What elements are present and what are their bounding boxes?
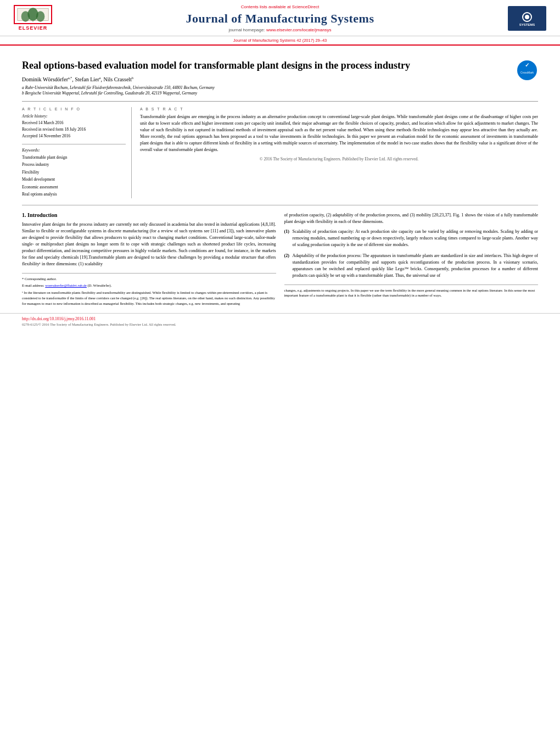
affiliation-a: a Ruhr-Universität Bochum, Lehrstuhl für… bbox=[22, 85, 410, 91]
list-item-2-text: Adaptability of the production process: … bbox=[293, 253, 539, 278]
authors-line: Dominik Wörsdörfera,*, Stefan Liera, Nil… bbox=[22, 76, 410, 82]
author2: , Stefan Lier bbox=[72, 77, 99, 83]
keyword-3: Flexibility bbox=[22, 169, 126, 176]
journal-ref: Journal of Manufacturing Systems 42 (201… bbox=[233, 38, 327, 43]
svg-text:SYSTEMS: SYSTEMS bbox=[519, 23, 535, 26]
section1-title: Introduction bbox=[27, 212, 57, 218]
body-left-col: 1. Introduction Innovative plant designs… bbox=[22, 212, 276, 308]
revised-date: Received in revised form 18 July 2016 bbox=[22, 126, 126, 133]
list-item-1-number: (1) bbox=[284, 228, 289, 235]
footnotes-area: * Corresponding author. E-mail address: … bbox=[22, 273, 276, 306]
author3-sup: b bbox=[132, 76, 133, 80]
footnote1-right: changes, e.g. adjustments to ongoing pro… bbox=[284, 284, 539, 299]
copyright-line: © 2016 The Society of Manufacturing Engi… bbox=[140, 156, 538, 162]
article-meta-section: A R T I C L E I N F O Article history: R… bbox=[22, 107, 538, 198]
footnote1: ¹ In the literature on transformable pla… bbox=[22, 290, 276, 306]
section-divider bbox=[22, 205, 538, 205]
affiliations: a Ruhr-Universität Bochum, Lehrstuhl für… bbox=[22, 85, 410, 97]
footer-copyright: 0278-6125/© 2016 The Society of Manufact… bbox=[22, 322, 538, 326]
doi-link[interactable]: http://dx.doi.org/10.1016/j.jmsy.2016.11… bbox=[22, 316, 96, 321]
keyword-4: Model development bbox=[22, 176, 126, 183]
abstract-paragraph: Transformable plant designs are emerging… bbox=[140, 114, 538, 153]
keywords-section: Keywords: Transformable plant design Pro… bbox=[22, 144, 126, 198]
keyword-1: Transformable plant design bbox=[22, 154, 126, 161]
crossmark[interactable]: ✓ CrossMark bbox=[516, 59, 538, 81]
section1-heading: 1. Introduction bbox=[22, 212, 276, 218]
systems-logo: SYSTEMS bbox=[505, 5, 549, 32]
history-label: Article history: bbox=[22, 114, 126, 119]
article-content: Real options-based evaluation model for … bbox=[0, 46, 560, 313]
keyword-5: Economic assessment bbox=[22, 183, 126, 191]
title-section: Real options-based evaluation model for … bbox=[22, 54, 538, 102]
page: ELSEVIER Contents lists available at Sci… bbox=[0, 0, 560, 742]
keyword-6: Real options analysis bbox=[22, 191, 126, 198]
email-note: E-mail address: woersdoerfer@fluidvt.rub… bbox=[22, 283, 276, 288]
author3: , Nils Crasselt bbox=[101, 77, 132, 83]
list-item-2: (2) Adaptability of the production proce… bbox=[284, 253, 539, 279]
history-entries: Received 14 March 2016 Received in revis… bbox=[22, 120, 126, 140]
contents-available: Contents lists available at ScienceDirec… bbox=[55, 4, 505, 9]
section1-para1: Innovative plant designs for the process… bbox=[22, 221, 276, 267]
section1-para2: of production capacity, (2) adaptability… bbox=[284, 212, 539, 225]
list-item-1-text: Scalability of production capacity: At e… bbox=[293, 229, 539, 247]
body-section: 1. Introduction Innovative plant designs… bbox=[22, 212, 538, 308]
list-item-1: (1) Scalability of production capacity: … bbox=[284, 228, 539, 248]
intro-para2: of production capacity, (2) adaptability… bbox=[284, 212, 539, 225]
journal-url[interactable]: www.elsevier.com/locate/jmansys bbox=[266, 27, 332, 32]
header-center: Contents lists available at ScienceDirec… bbox=[55, 4, 505, 32]
keywords-label: Keywords: bbox=[22, 148, 126, 153]
journal-header: ELSEVIER Contents lists available at Sci… bbox=[0, 0, 560, 36]
abstract-col: A B S T R A C T Transformable plant desi… bbox=[140, 107, 538, 198]
journal-homepage: journal homepage: www.elsevier.com/locat… bbox=[55, 27, 505, 32]
svg-text:CrossMark: CrossMark bbox=[520, 71, 534, 74]
intro-para1: Innovative plant designs for the process… bbox=[22, 221, 276, 267]
elsevier-label: ELSEVIER bbox=[19, 25, 48, 31]
section1-number: 1. bbox=[22, 212, 26, 218]
received-date: Received 14 March 2016 bbox=[22, 120, 126, 126]
corresponding-author-note: * Corresponding author. bbox=[22, 276, 276, 282]
abstract-label: A B S T R A C T bbox=[140, 107, 538, 111]
footer-doi: http://dx.doi.org/10.1016/j.jmsy.2016.11… bbox=[22, 316, 538, 321]
svg-text:✓: ✓ bbox=[525, 62, 529, 68]
elsevier-logo: ELSEVIER bbox=[11, 5, 55, 32]
article-info-col: A R T I C L E I N F O Article history: R… bbox=[22, 107, 132, 198]
article-info-label: A R T I C L E I N F O bbox=[22, 107, 126, 111]
list-item-2-number: (2) bbox=[284, 253, 289, 259]
page-footer: http://dx.doi.org/10.1016/j.jmsy.2016.11… bbox=[0, 313, 560, 329]
email-link[interactable]: woersdoerfer@fluidvt.rub.de bbox=[45, 283, 87, 287]
accepted-date: Accepted 14 November 2016 bbox=[22, 133, 126, 140]
affiliation-b: b Bergische Universität Wuppertal, Lehrs… bbox=[22, 91, 410, 97]
body-right-col: of production capacity, (2) adaptability… bbox=[284, 212, 539, 308]
journal-ref-bar: Journal of Manufacturing Systems 42 (201… bbox=[0, 36, 560, 46]
systems-logo-box: SYSTEMS bbox=[508, 6, 546, 31]
svg-point-10 bbox=[525, 15, 529, 19]
article-title: Real options-based evaluation model for … bbox=[22, 59, 410, 72]
keyword-2: Process industry bbox=[22, 161, 126, 169]
abstract-text: Transformable plant designs are emerging… bbox=[140, 114, 538, 162]
keywords-list: Transformable plant design Process indus… bbox=[22, 154, 126, 198]
svg-point-4 bbox=[36, 11, 45, 21]
sciencedirect-link[interactable]: ScienceDirect bbox=[292, 4, 319, 9]
journal-title: Journal of Manufacturing Systems bbox=[55, 12, 505, 26]
author1: Dominik Wörsdörfer bbox=[22, 77, 68, 83]
